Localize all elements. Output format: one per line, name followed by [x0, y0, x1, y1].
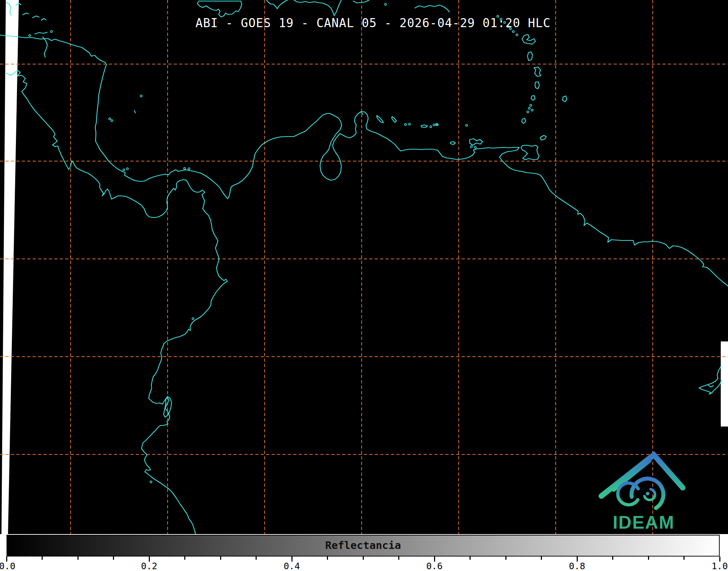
- colorbar-tick-label: 0.4: [283, 561, 300, 571]
- colorbar-minor-tick: [612, 557, 613, 560]
- satellite-image-viewport: ABI - GOES 19 - CANAL 05 - 2026-04-29 01…: [0, 0, 728, 571]
- colorbar-minor-tick: [363, 557, 364, 560]
- colorbar-tick-label: 0.2: [141, 561, 157, 571]
- colorbar-label: Reflectancia: [7, 539, 719, 551]
- colorbar-minor-tick: [541, 557, 542, 560]
- colorbar-minor-tick: [220, 557, 221, 560]
- colorbar-minor-tick: [683, 557, 685, 560]
- ideam-logo-swirl-eye: [646, 492, 649, 495]
- colorbar-minor-tick: [327, 557, 328, 560]
- colorbar-area: Reflectancia 0.00.20.40.60.81.0: [0, 534, 728, 571]
- colorbar-tick-label: 0.6: [426, 561, 442, 571]
- colorbar-minor-tick: [256, 557, 257, 560]
- colorbar-minor-tick: [42, 557, 43, 560]
- colorbar-minor-tick: [505, 557, 506, 560]
- satellite-map: IDEAM: [0, 0, 728, 535]
- colorbar-tick-label: 0.8: [569, 561, 585, 571]
- colorbar-tick-label: 0.0: [0, 561, 16, 571]
- colorbar-minor-tick: [77, 557, 79, 560]
- colorbar-minor-tick: [398, 557, 399, 560]
- reflectance-colorbar: Reflectancia: [7, 535, 720, 557]
- colorbar-minor-tick: [184, 557, 185, 560]
- image-title: ABI - GOES 19 - CANAL 05 - 2026-04-29 01…: [195, 16, 551, 30]
- colorbar-minor-tick: [648, 557, 649, 560]
- ideam-logo-text: IDEAM: [613, 512, 674, 533]
- colorbar-minor-tick: [113, 557, 114, 560]
- colorbar-minor-tick: [470, 557, 471, 560]
- colorbar-tick-label: 1.0: [711, 561, 728, 571]
- limb-strip: [721, 341, 728, 427]
